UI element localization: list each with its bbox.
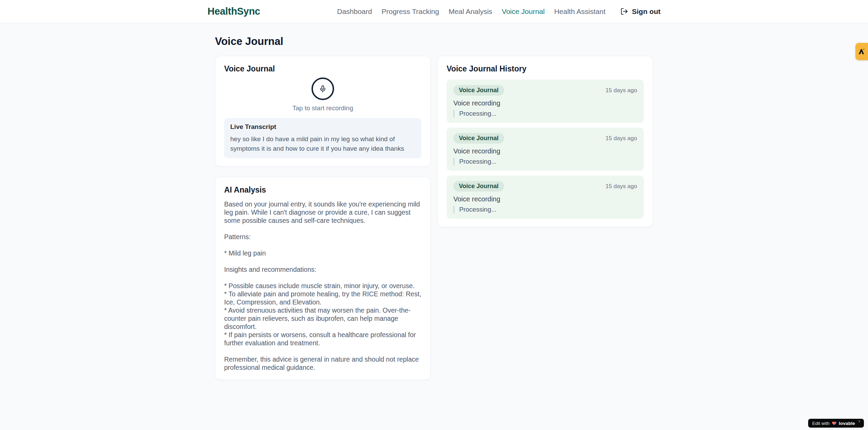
history-card-title: Voice Journal History (447, 64, 644, 73)
edit-badge-prefix: Edit with (812, 421, 830, 426)
top-nav-bar: HealthSync Dashboard Progress Tracking M… (0, 0, 868, 23)
history-item[interactable]: Voice Journal 15 days ago Voice recordin… (447, 128, 644, 171)
history-item[interactable]: Voice Journal 15 days ago Voice recordin… (447, 80, 644, 123)
voice-journal-card-title: Voice Journal (224, 64, 421, 73)
sign-out-button[interactable]: Sign out (620, 7, 661, 16)
nav-meal-analysis[interactable]: Meal Analysis (449, 7, 492, 16)
history-processing-status: Processing... (453, 158, 637, 165)
nav-health-assistant[interactable]: Health Assistant (554, 7, 605, 16)
history-recording-label: Voice recording (453, 195, 637, 203)
live-transcript-box: Live Transcript hey so like I do have a … (224, 118, 421, 158)
ai-analysis-title: AI Analysis (224, 185, 421, 195)
history-processing-status: Processing... (453, 110, 637, 117)
nav-progress-tracking[interactable]: Progress Tracking (382, 7, 439, 16)
brand-logo[interactable]: HealthSync (207, 6, 260, 17)
ai-analysis-body: Based on your journal entry, it sounds l… (224, 200, 421, 371)
history-timestamp: 15 days ago (605, 87, 637, 94)
history-timestamp: 15 days ago (605, 135, 637, 142)
main-content: Voice Journal Voice Journal Tap to start… (215, 23, 653, 380)
history-recording-label: Voice recording (453, 147, 637, 155)
history-item[interactable]: Voice Journal 15 days ago Voice recordin… (447, 176, 644, 219)
tap-to-record-hint: Tap to start recording (293, 104, 353, 112)
sign-out-label: Sign out (632, 7, 661, 16)
lovable-logo-icon (857, 48, 865, 55)
history-type-badge: Voice Journal (453, 181, 504, 192)
logout-icon (620, 7, 628, 15)
live-transcript-title: Live Transcript (230, 123, 415, 131)
ai-analysis-card: AI Analysis Based on your journal entry,… (215, 177, 431, 380)
edit-badge-brand: lovable (839, 421, 855, 426)
record-button[interactable] (312, 78, 334, 100)
live-transcript-text: hey so like I do have a mild pain in my … (230, 134, 415, 153)
heart-icon (832, 421, 837, 426)
lovable-side-tab[interactable] (855, 43, 868, 60)
microphone-icon (319, 85, 327, 93)
voice-journal-card: Voice Journal Tap to start recording Liv… (215, 56, 431, 167)
main-nav: Dashboard Progress Tracking Meal Analysi… (337, 7, 661, 16)
nav-dashboard[interactable]: Dashboard (337, 7, 372, 16)
history-processing-status: Processing... (453, 206, 637, 213)
voice-journal-history-card: Voice Journal History Voice Journal 15 d… (437, 56, 653, 227)
edit-with-lovable-badge[interactable]: Edit with lovable × (808, 419, 864, 428)
history-timestamp: 15 days ago (605, 183, 637, 190)
history-recording-label: Voice recording (453, 99, 637, 107)
close-icon[interactable]: × (858, 419, 861, 424)
history-type-badge: Voice Journal (453, 133, 504, 144)
history-type-badge: Voice Journal (453, 85, 504, 96)
page-title: Voice Journal (215, 35, 653, 48)
nav-voice-journal[interactable]: Voice Journal (502, 7, 545, 16)
